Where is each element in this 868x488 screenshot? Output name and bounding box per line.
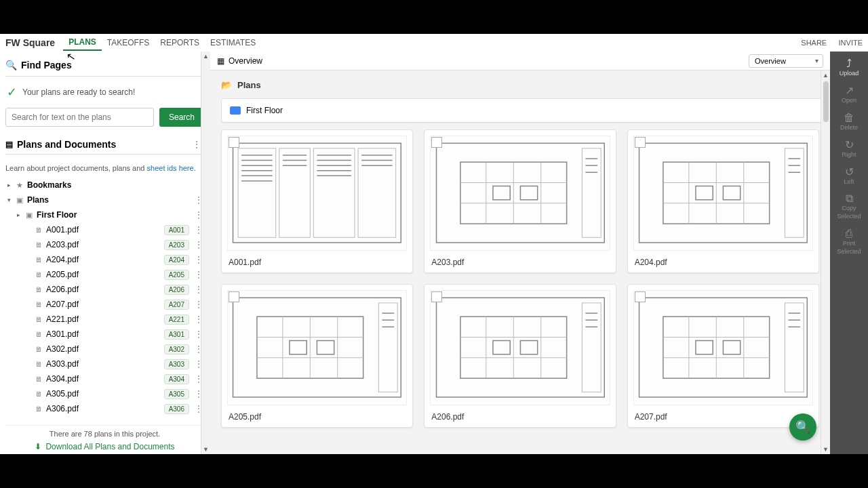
card-filename: A205.pdf bbox=[227, 409, 407, 423]
share-link[interactable]: SHARE bbox=[801, 39, 827, 47]
nav-reports[interactable]: REPORTS bbox=[155, 35, 205, 50]
file-icon: 🗎 bbox=[34, 285, 43, 293]
trash-icon: 🗑 bbox=[844, 113, 854, 123]
file-icon: 🗎 bbox=[34, 360, 43, 368]
search-input[interactable] bbox=[5, 108, 154, 127]
file-icon: 🗎 bbox=[34, 330, 43, 338]
tree-file[interactable]: 🗎A301.pdfA301⋮ bbox=[5, 327, 204, 342]
tree-file[interactable]: 🗎A305.pdfA305⋮ bbox=[5, 386, 204, 401]
copy-icon: ⧉ bbox=[846, 193, 853, 204]
plan-card[interactable]: A207.pdf bbox=[627, 284, 819, 428]
view-dropdown[interactable]: Overview bbox=[749, 54, 823, 68]
folder-icon: ▣ bbox=[24, 211, 34, 220]
plan-thumbnail[interactable] bbox=[633, 290, 813, 405]
search-fab[interactable]: 🔍 bbox=[789, 413, 816, 441]
nav-plans[interactable]: PLANS bbox=[63, 35, 102, 51]
tree-file[interactable]: 🗎A221.pdfA221⋮ bbox=[5, 312, 204, 327]
scroll-down-icon[interactable]: ▼ bbox=[823, 445, 829, 454]
file-name: A204.pdf bbox=[46, 255, 161, 264]
tree-file[interactable]: 🗎A203.pdfA203⋮ bbox=[5, 237, 204, 252]
nav-estimates[interactable]: ESTIMATES bbox=[205, 35, 261, 50]
card-checkbox[interactable] bbox=[431, 137, 442, 148]
breadcrumb: 📂 Plans bbox=[210, 70, 830, 94]
tree-plans[interactable]: ▾▣ Plans ⋮ bbox=[5, 192, 204, 207]
card-checkbox[interactable] bbox=[229, 291, 239, 302]
svg-rect-1 bbox=[238, 148, 276, 237]
main-scrollbar[interactable]: ▲ ▼ bbox=[821, 70, 830, 454]
tree-first-floor[interactable]: ▸▣ First Floor ⋮ bbox=[5, 207, 204, 222]
plan-card[interactable]: A206.pdf bbox=[424, 284, 616, 428]
tree-file[interactable]: 🗎A306.pdfA306⋮ bbox=[5, 401, 204, 416]
file-name: A001.pdf bbox=[46, 225, 161, 235]
svg-rect-2 bbox=[279, 148, 311, 237]
svg-rect-23 bbox=[582, 148, 601, 237]
tree-bookmarks[interactable]: ▸★ Bookmarks bbox=[5, 178, 204, 192]
tree-file[interactable]: 🗎A205.pdfA205⋮ bbox=[5, 267, 204, 282]
rail-delete[interactable]: 🗑 Delete bbox=[830, 108, 868, 134]
invite-link[interactable]: INVITE bbox=[839, 39, 863, 47]
plan-thumbnail[interactable] bbox=[633, 136, 813, 251]
rotate-right-icon: ↻ bbox=[845, 140, 854, 150]
download-all-link[interactable]: ⬇ Download All Plans and Documents bbox=[35, 442, 174, 451]
rail-copy-selected[interactable]: ⧉ Copy Selected bbox=[830, 189, 868, 223]
bookmark-icon: ★ bbox=[15, 181, 24, 190]
folder-first-floor[interactable]: First Floor bbox=[221, 98, 830, 123]
card-filename: A204.pdf bbox=[633, 255, 813, 268]
file-name: A302.pdf bbox=[46, 344, 161, 354]
svg-rect-3 bbox=[314, 148, 355, 237]
plan-thumbnail[interactable] bbox=[227, 290, 407, 405]
rail-upload[interactable]: ⤴ Upload bbox=[830, 54, 868, 80]
grid-icon: ▦ bbox=[217, 56, 224, 66]
file-name: A303.pdf bbox=[46, 359, 161, 369]
file-name: A301.pdf bbox=[46, 329, 161, 339]
tree-file[interactable]: 🗎A206.pdfA206⋮ bbox=[5, 282, 204, 297]
tree-file[interactable]: 🗎A207.pdfA207⋮ bbox=[5, 297, 204, 312]
file-name: A205.pdf bbox=[46, 270, 161, 279]
plan-thumbnail[interactable] bbox=[430, 290, 610, 405]
svg-rect-62 bbox=[582, 303, 601, 392]
sheet-badge: A302 bbox=[164, 344, 189, 354]
plan-card[interactable]: A205.pdf bbox=[221, 284, 413, 428]
overview-tab[interactable]: Overview bbox=[229, 56, 262, 66]
card-checkbox[interactable] bbox=[431, 291, 442, 302]
scroll-up-icon[interactable]: ▲ bbox=[203, 52, 209, 61]
svg-rect-44 bbox=[723, 186, 740, 200]
sheet-badge: A305 bbox=[164, 389, 189, 399]
tree-file[interactable]: 🗎A304.pdfA304⋮ bbox=[5, 371, 204, 386]
sidebar-scrollbar[interactable]: ▲ ▼ bbox=[201, 52, 210, 454]
plans-docs-heading: ▤ Plans and Documents bbox=[5, 139, 116, 150]
scroll-down-icon[interactable]: ▼ bbox=[203, 445, 209, 454]
rail-open[interactable]: ↗ Open bbox=[830, 81, 868, 107]
tree-file[interactable]: 🗎A001.pdfA001⋮ bbox=[5, 222, 204, 237]
sheet-ids-link[interactable]: sheet ids bbox=[147, 164, 177, 172]
svg-rect-75 bbox=[785, 303, 804, 392]
tree-file[interactable]: 🗎A204.pdfA204⋮ bbox=[5, 252, 204, 267]
file-icon: 🗎 bbox=[34, 375, 43, 383]
rail-rotate-left[interactable]: ↺ Left bbox=[830, 163, 868, 188]
plan-card[interactable]: A001.pdf bbox=[221, 129, 413, 273]
rail-print-selected[interactable]: ⎙ Print Selected bbox=[830, 224, 868, 258]
plan-card[interactable]: A203.pdf bbox=[424, 129, 616, 273]
nav-takeoffs[interactable]: TAKEOFFS bbox=[102, 35, 155, 50]
find-pages-heading: 🔍 Find Pages bbox=[5, 60, 204, 70]
plan-thumbnail[interactable] bbox=[227, 136, 407, 251]
card-checkbox[interactable] bbox=[635, 291, 646, 302]
search-button[interactable]: Search bbox=[159, 108, 204, 127]
file-name: A207.pdf bbox=[46, 300, 161, 309]
plan-card[interactable]: A204.pdf bbox=[627, 129, 819, 273]
sheet-badge: A221 bbox=[164, 314, 189, 325]
plan-thumbnail[interactable] bbox=[430, 136, 610, 251]
sheet-badge: A207 bbox=[164, 300, 189, 310]
plan-count: There are 78 plans in this project. bbox=[5, 430, 204, 438]
file-icon: 🗎 bbox=[34, 270, 43, 279]
card-checkbox[interactable] bbox=[229, 137, 239, 148]
help-text: Learn about project documents, plans and… bbox=[5, 164, 204, 172]
tree-file[interactable]: 🗎A303.pdfA303⋮ bbox=[5, 357, 204, 371]
here-link[interactable]: here bbox=[179, 164, 194, 172]
action-rail: ⤴ Upload ↗ Open 🗑 Delete ↻ Right ↺ Left … bbox=[830, 52, 868, 454]
scroll-up-icon[interactable]: ▲ bbox=[823, 70, 829, 80]
card-checkbox[interactable] bbox=[635, 137, 646, 148]
rail-rotate-right[interactable]: ↻ Right bbox=[830, 136, 868, 161]
card-filename: A001.pdf bbox=[227, 255, 407, 268]
tree-file[interactable]: 🗎A302.pdfA302⋮ bbox=[5, 342, 204, 357]
